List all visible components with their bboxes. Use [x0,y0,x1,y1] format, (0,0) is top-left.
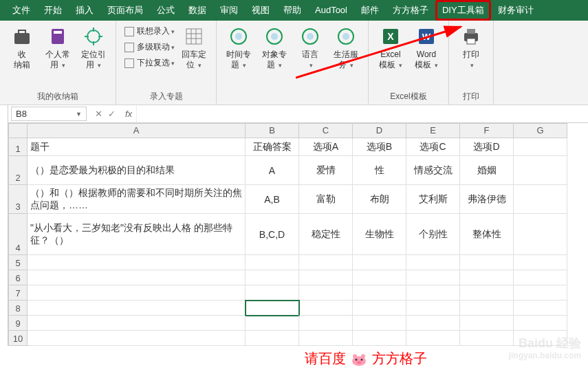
cell-C7[interactable] [299,285,353,301]
menu-文件[interactable]: 文件 [6,0,37,21]
cell-D7[interactable] [353,285,406,301]
cell-D9[interactable] [353,316,406,331]
row-header-3[interactable]: 3 [8,185,28,214]
column-header-B[interactable]: B [246,123,299,138]
print[interactable]: 打印▾ [453,23,489,72]
menu-AudTool[interactable]: AudTool [308,0,354,21]
row-header-10[interactable]: 10 [8,331,28,346]
cell-F1[interactable]: 选项D [460,138,514,156]
cell-G5[interactable] [514,255,567,270]
cell-D3[interactable]: 布朗 [353,185,406,214]
cell-E8[interactable] [406,301,460,316]
cell-F2[interactable]: 婚姻 [460,156,514,185]
menu-财务审计[interactable]: 财务审计 [491,0,541,21]
cell-E1[interactable]: 选项C [406,138,460,156]
cell-E5[interactable] [406,255,460,270]
cell-E3[interactable]: 艾利斯 [406,185,460,214]
cell-E6[interactable] [406,270,460,285]
cell-A5[interactable] [28,255,246,270]
cell-A8[interactable] [28,301,246,316]
cell-G1[interactable] [514,138,567,156]
cell-C1[interactable]: 选项A [299,138,353,156]
cell-F7[interactable] [460,285,514,301]
name-box[interactable]: B8 ▼ [11,107,87,121]
menu-公式[interactable]: 公式 [150,0,182,21]
cell-F5[interactable] [460,255,514,270]
column-header-D[interactable]: D [353,123,406,138]
cell-A1[interactable]: 题干 [28,138,246,156]
cell-G3[interactable] [514,185,567,214]
cell-F9[interactable] [460,316,514,331]
cell-A7[interactable] [28,285,246,301]
menu-DIY工具箱[interactable]: DIY工具箱 [435,0,491,21]
cell-B6[interactable] [246,270,299,285]
cell-F3[interactable]: 弗洛伊德 [460,185,514,214]
cell-C4[interactable]: 稳定性 [299,214,353,255]
cell-B3[interactable]: A,B [246,185,299,214]
locate-ref[interactable]: 定位引用 ▾ [76,23,111,72]
cell-B9[interactable] [246,316,299,331]
cell-B7[interactable] [246,285,299,301]
cell-B2[interactable]: A [246,156,299,185]
cell-D1[interactable]: 选项B [353,138,406,156]
column-header-F[interactable]: F [460,123,514,138]
cell-G7[interactable] [514,285,567,301]
cell-F10[interactable] [460,331,514,346]
menu-帮助[interactable]: 帮助 [276,0,308,21]
menu-邮件[interactable]: 邮件 [354,0,386,21]
row-header-2[interactable]: 2 [8,156,28,185]
cell-F6[interactable] [460,270,514,285]
row-header-4[interactable]: 4 [8,214,28,255]
cell-C3[interactable]: 富勒 [299,185,353,214]
dropdown-restore[interactable]: 下拉复选 ▾ [123,55,176,71]
cell-C10[interactable] [299,331,353,346]
cell-G8[interactable] [514,301,567,316]
cell-G4[interactable] [514,214,567,255]
excel-template[interactable]: XExcel模板 ▾ [373,23,409,72]
column-header-C[interactable]: C [299,123,353,138]
cell-D8[interactable] [353,301,406,316]
cell-B1[interactable]: 正确答案 [246,138,299,156]
cell-A2[interactable]: （）是恋爱最为积极的目的和结果 [28,156,246,185]
cell-B8[interactable] [246,301,299,316]
collection-box[interactable]: 收纳箱 [4,23,40,72]
menu-数据[interactable]: 数据 [182,0,213,21]
cell-C5[interactable] [299,255,353,270]
cell-G2[interactable] [514,156,567,185]
cell-G10[interactable] [514,331,567,346]
life-service[interactable]: 生活服务 ▾ [328,23,364,72]
cell-B5[interactable] [246,255,299,270]
column-header-E[interactable]: E [406,123,460,138]
menu-页面布局[interactable]: 页面布局 [100,0,150,21]
personal-common[interactable]: 个人常用 ▾ [40,23,76,72]
row-header-6[interactable]: 6 [8,270,28,285]
chevron-down-icon[interactable]: ▼ [76,111,82,118]
row-header-7[interactable]: 7 [8,285,28,301]
menu-视图[interactable]: 视图 [245,0,276,21]
multi-link[interactable]: 多级联动 ▾ [123,39,176,55]
cell-A9[interactable] [28,316,246,331]
confirm-icon[interactable]: ✓ [108,109,116,119]
cell-A4[interactable]: "从小看大，三岁知老"没有反映出人格 的那些特征？（） [28,214,246,255]
cell-C2[interactable]: 爱情 [299,156,353,185]
cell-D10[interactable] [353,331,406,346]
cell-E7[interactable] [406,285,460,301]
cell-C9[interactable] [299,316,353,331]
row-header-1[interactable]: 1 [8,138,28,156]
row-header-5[interactable]: 5 [8,255,28,270]
time-topic[interactable]: 时间专题 ▾ [221,23,257,72]
menu-开始[interactable]: 开始 [37,0,69,21]
cell-C6[interactable] [299,270,353,285]
formula-input[interactable] [136,105,588,122]
column-header-A[interactable]: A [28,123,246,138]
row-header-8[interactable]: 8 [8,301,28,316]
cell-G9[interactable] [514,316,567,331]
cell-A10[interactable] [28,331,246,346]
select-all-corner[interactable] [8,123,28,138]
cell-D6[interactable] [353,270,406,285]
menu-插入[interactable]: 插入 [69,0,100,21]
cell-G6[interactable] [514,270,567,285]
cell-D5[interactable] [353,255,406,270]
cell-F8[interactable] [460,301,514,316]
object-topic[interactable]: 对象专题 ▾ [257,23,292,72]
